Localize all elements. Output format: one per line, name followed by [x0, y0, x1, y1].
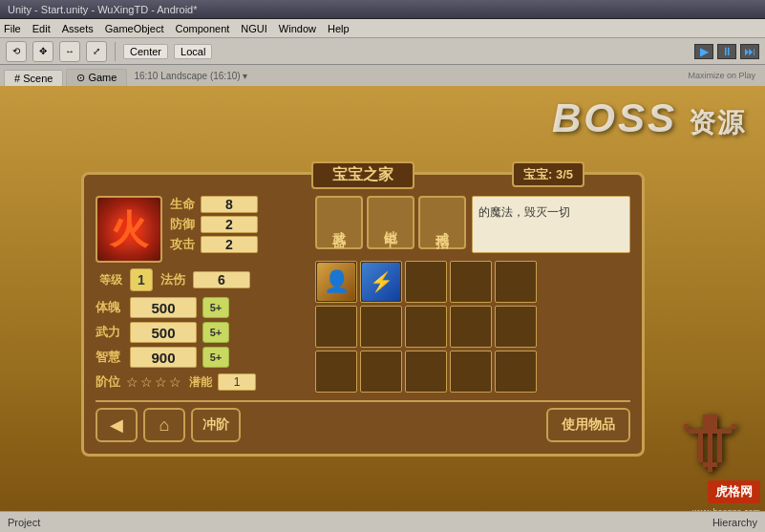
stats-grid: 生命 8 防御 2 攻击 2	[170, 196, 258, 253]
item-slot-11[interactable]	[360, 351, 402, 393]
rank-row: 阶位 ☆☆☆☆ 潜能 1	[96, 373, 306, 391]
avatar-stats-row: 火 生命 8 防御 2 攻击 2	[96, 196, 306, 263]
dialog-content: 火 生命 8 防御 2 攻击 2 等级	[96, 196, 630, 393]
equip-tabs: 武 器 铠 甲 戒 指	[315, 196, 466, 253]
wuli-row: 武力 500 5+	[96, 322, 306, 343]
info-text-box: 的魔法，毁灭一切	[472, 196, 630, 253]
tab-game[interactable]: ⊙ Game	[66, 69, 127, 86]
menu-bar: File Edit Assets GameObject Component NG…	[0, 19, 765, 38]
fashang-value: 6	[193, 271, 250, 288]
chong-button[interactable]: 冲阶	[191, 408, 241, 442]
tabs-row: # Scene ⊙ Game 16:10 Landscape (16:10) ▾…	[0, 65, 765, 86]
tab-scene[interactable]: # Scene	[4, 70, 63, 86]
item-slot-13[interactable]	[450, 351, 492, 393]
tihuan-plus-btn[interactable]: 5+	[202, 297, 229, 318]
item-slot-9[interactable]	[495, 306, 537, 348]
shengming-value: 8	[201, 196, 258, 213]
separator-1	[115, 42, 116, 61]
menu-assets[interactable]: Assets	[62, 23, 94, 34]
rank-stars: ☆☆☆☆	[126, 374, 183, 390]
transform-btn-0[interactable]: ⟲	[6, 41, 27, 62]
rank-label: 阶位	[96, 373, 120, 391]
zhihui-row: 智慧 900 5+	[96, 347, 306, 368]
item-slot-12[interactable]	[405, 351, 447, 393]
potential-label: 潜能	[189, 374, 212, 391]
gongji-label: 攻击	[170, 236, 195, 253]
pause-button[interactable]: ⏸	[717, 44, 736, 59]
menu-gameobject[interactable]: GameObject	[105, 23, 164, 34]
tihuan-value: 500	[130, 297, 197, 318]
level-row: 等级 1 法伤 6	[99, 268, 306, 291]
use-item-button[interactable]: 使用物品	[546, 408, 630, 442]
item-slot-8[interactable]	[450, 306, 492, 348]
equip-tab-armor[interactable]: 铠 甲	[367, 196, 414, 249]
title-bar: Unity - Start.unity - WuXingTD - Android…	[0, 0, 765, 19]
bottom-bar: ◀ ⌂ 冲阶 使用物品	[96, 400, 630, 442]
level-badge: 1	[130, 268, 153, 291]
wuli-plus-btn[interactable]: 5+	[202, 322, 229, 343]
left-section: 火 生命 8 防御 2 攻击 2 等级	[96, 196, 306, 393]
menu-ngui[interactable]: NGUI	[241, 23, 267, 34]
toolbar: ⟲ ✥ ↔ ⤢ Center Local ▶ ⏸ ⏭	[0, 38, 765, 65]
item-avatar-icon: 👤	[317, 263, 355, 301]
project-label[interactable]: Project	[8, 517, 40, 528]
play-controls: ▶ ⏸ ⏭	[694, 44, 759, 59]
menu-file[interactable]: File	[4, 23, 21, 34]
equip-tab-ring[interactable]: 戒 指	[418, 196, 466, 249]
zhihui-plus-btn[interactable]: 5+	[202, 347, 229, 368]
item-slot-14[interactable]	[495, 351, 537, 393]
character-display: 🗡	[655, 269, 760, 479]
transform-btn-1[interactable]: ✥	[32, 41, 53, 62]
potential-value: 1	[218, 373, 256, 391]
back-button[interactable]: ◀	[96, 408, 138, 442]
dialog-box: 宝宝之家 宝宝: 3/5 火 生命 8	[81, 172, 645, 457]
info-text: 的魔法，毁灭一切	[478, 205, 570, 219]
bottom-left-btns: ◀ ⌂ 冲阶	[96, 408, 241, 442]
item-slot-0[interactable]: 👤	[315, 261, 357, 303]
item-slot-4[interactable]	[495, 261, 537, 303]
baby-count-text: 宝宝: 3/5	[523, 167, 573, 181]
menu-edit[interactable]: Edit	[32, 23, 51, 34]
item-slot-7[interactable]	[405, 306, 447, 348]
hierarchy-label[interactable]: Hierarchy	[712, 517, 757, 528]
tihuan-row: 体魄 500 5+	[96, 297, 306, 318]
menu-help[interactable]: Help	[328, 23, 350, 34]
item-slot-10[interactable]	[315, 351, 357, 393]
avatar-box: 火	[96, 196, 162, 263]
equip-tabs-row: 武 器 铠 甲 戒 指	[315, 196, 466, 249]
editor-wrapper: Unity - Start.unity - WuXingTD - Android…	[0, 0, 765, 532]
dialog-title-text: 宝宝之家	[332, 166, 393, 182]
menu-window[interactable]: Window	[279, 23, 316, 34]
item-slot-3[interactable]	[450, 261, 492, 303]
gongji-value: 2	[201, 236, 258, 253]
wuli-value: 500	[130, 322, 197, 343]
baby-badge: 宝宝: 3/5	[512, 161, 584, 187]
dialog-title-bar: 宝宝之家	[311, 161, 414, 189]
play-button[interactable]: ▶	[694, 44, 713, 59]
equip-and-info: 武 器 铠 甲 戒 指	[315, 196, 630, 253]
zhihui-value: 900	[130, 347, 197, 368]
right-section: 武 器 铠 甲 戒 指	[315, 196, 630, 393]
wuli-label: 武力	[96, 324, 124, 341]
transform-btn-2[interactable]: ↔	[59, 41, 80, 62]
equip-tab-weapon[interactable]: 武 器	[315, 196, 363, 249]
fashang-label: 法伤	[160, 271, 185, 288]
step-button[interactable]: ⏭	[740, 44, 759, 59]
boss-watermark: BOSS 资源	[552, 96, 746, 141]
viewport-label[interactable]: 16:10 Landscape (16:10) ▾	[134, 71, 247, 81]
item-grid: 👤 ⚡	[315, 261, 630, 393]
maximize-label: Maximize on Play	[688, 71, 761, 80]
transform-btn-3[interactable]: ⤢	[86, 41, 107, 62]
center-btn[interactable]: Center	[123, 44, 168, 59]
local-btn[interactable]: Local	[174, 44, 212, 59]
tihuan-label: 体魄	[96, 299, 124, 316]
item-slot-6[interactable]	[360, 306, 402, 348]
item-slot-2[interactable]	[405, 261, 447, 303]
item-slot-1[interactable]: ⚡	[360, 261, 402, 303]
lightning-icon: ⚡	[362, 263, 400, 301]
home-button[interactable]: ⌂	[143, 408, 185, 442]
item-slot-5[interactable]	[315, 306, 357, 348]
content-area: BOSS 资源 🗡 虎格网 www.hoogge.com 宝宝之家 宝宝: 3/…	[0, 86, 765, 532]
menu-component[interactable]: Component	[175, 23, 229, 34]
level-label: 等级	[99, 272, 122, 288]
